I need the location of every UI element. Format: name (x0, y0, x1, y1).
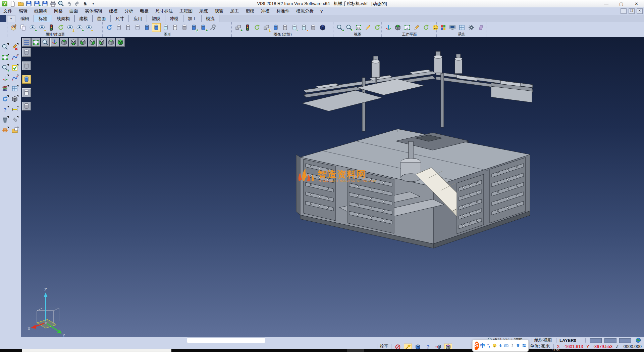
tab-application[interactable]: 应用 (129, 15, 147, 22)
workplane-align-icon[interactable]: ⊥ (403, 23, 412, 32)
adv-solid-icon[interactable] (318, 23, 327, 32)
swap-display-icon[interactable]: ⇄ (190, 23, 198, 32)
export-folder-icon[interactable] (10, 126, 19, 135)
redo-icon[interactable] (73, 0, 81, 7)
display-settings-icon[interactable] (208, 23, 217, 32)
filter-traffic-icon[interactable] (47, 23, 56, 32)
adv-refresh-icon[interactable] (253, 23, 261, 32)
transparent-mode-icon[interactable] (161, 23, 170, 32)
system-colors-icon[interactable] (439, 23, 447, 32)
menu-window[interactable]: 视窗 (211, 7, 227, 15)
print-preview-icon[interactable] (57, 0, 65, 7)
tab-plastic[interactable]: 塑膜 (147, 15, 165, 22)
tab-standard[interactable]: 标准 (34, 15, 52, 22)
menu-machining[interactable]: 加工 (227, 7, 242, 15)
delete-trash-icon[interactable] (1, 116, 9, 124)
show-entities-icon[interactable]: + (28, 23, 37, 32)
menu-die[interactable]: 冲模 (258, 7, 273, 15)
toolbar-overflow-icon[interactable]: ▼ (90, 0, 97, 7)
tab-dimension[interactable]: 尺寸 (111, 15, 129, 22)
context-help-icon[interactable]: ? (424, 344, 432, 349)
adv-add-shading-icon[interactable]: + (234, 23, 243, 32)
menu-surface[interactable]: 曲面 (66, 7, 82, 15)
layer-color-swatch-3[interactable] (619, 338, 631, 343)
menu-system[interactable]: 系统 (196, 7, 211, 15)
tab-edit[interactable]: 编辑 (16, 15, 34, 22)
adv-capture-icon[interactable]: ▪ (300, 23, 308, 32)
menu-standard-parts[interactable]: 标准件 (273, 7, 293, 15)
workplane-cube-icon[interactable] (393, 23, 402, 32)
minimize-button[interactable]: — (599, 0, 614, 7)
shaded-mode-icon[interactable] (143, 23, 151, 32)
show-all-icon[interactable]: + (75, 23, 84, 32)
visi-logo[interactable]: V (1, 0, 8, 7)
plugin-icon[interactable]: ♞ (82, 0, 89, 7)
snap-disable-icon[interactable] (394, 344, 402, 349)
dashed-hidden-mode-icon[interactable] (133, 23, 142, 32)
refresh-visibility-icon[interactable] (56, 23, 65, 32)
menu-edit[interactable]: 编辑 (15, 7, 31, 15)
hiddenline-mode-icon[interactable] (124, 23, 132, 32)
tab-modeling[interactable]: 建模 (74, 15, 93, 22)
ime-chinese-icon[interactable]: 中 (480, 342, 485, 349)
taskbar-window-segment[interactable] (22, 349, 171, 352)
select-search-icon[interactable] (1, 43, 9, 51)
menu-mesh[interactable]: 网格 (51, 7, 66, 15)
navigate-helm-icon[interactable] (1, 126, 9, 135)
view-refresh-icon[interactable] (373, 23, 382, 32)
menu-solid-edit[interactable]: 实体编辑 (82, 7, 106, 15)
workplane-refresh-icon[interactable] (422, 23, 430, 32)
measure-distance-icon[interactable] (10, 105, 19, 114)
regen-display-icon[interactable] (105, 23, 114, 32)
menu-molding[interactable]: 塑模 (242, 7, 258, 15)
adv-shaded-icon[interactable] (271, 23, 280, 32)
layer-color-swatch-2[interactable] (604, 338, 616, 343)
layer-color-swatch-1[interactable] (590, 338, 602, 343)
zoom-select-icon[interactable]: + (1, 63, 9, 72)
workplane-axes-icon[interactable] (384, 23, 393, 32)
tab-surface[interactable]: 曲面 (93, 15, 111, 22)
menu-file[interactable]: 文件 (0, 7, 15, 15)
selection-box-icon[interactable] (1, 53, 9, 62)
ime-toolbox-icon[interactable] (522, 342, 527, 349)
menu-electrode[interactable]: 电极 (137, 7, 152, 15)
sogou-logo-icon[interactable]: S (474, 342, 479, 349)
ime-emoji-icon[interactable] (492, 342, 497, 349)
adv-toggle-icon[interactable]: ± (262, 23, 271, 32)
spline-edit-icon[interactable] (10, 53, 19, 62)
refresh-model-icon[interactable] (1, 95, 9, 103)
undo-icon[interactable] (65, 0, 73, 7)
ucs-display-icon[interactable] (444, 344, 452, 349)
ime-skin-icon[interactable] (516, 342, 521, 349)
ime-account-icon[interactable] (510, 342, 515, 349)
pick-wand-icon[interactable] (404, 344, 412, 349)
mdi-restore-button[interactable]: ❑ (629, 8, 635, 14)
solid-cube-icon[interactable] (10, 95, 19, 103)
adv-striped-icon[interactable] (281, 23, 289, 32)
tab-moldflow[interactable]: 模流 (201, 15, 219, 22)
adv-wire-icon[interactable] (309, 23, 318, 32)
system-view-icon[interactable] (476, 23, 485, 32)
tab-die[interactable]: 冲模 (165, 15, 183, 22)
hide-all-icon[interactable]: − (85, 23, 93, 32)
copy-attributes-icon[interactable] (19, 23, 28, 32)
wireframe-mode-icon[interactable] (114, 23, 123, 32)
menu-dimension[interactable]: 尺寸标注 (152, 7, 176, 15)
toggle-visibility-icon[interactable]: ± (66, 23, 74, 32)
close-button[interactable]: ✕ (629, 0, 644, 7)
pack-go-icon[interactable] (434, 344, 442, 349)
command-prompt-box[interactable] (187, 338, 265, 343)
curve-pencil-icon[interactable] (10, 74, 19, 83)
tab-dropdown-icon[interactable]: ▼ (7, 15, 15, 22)
ime-keyboard-icon[interactable] (504, 342, 509, 349)
shade-toggle-icon[interactable] (414, 344, 422, 349)
save-icon[interactable] (25, 0, 33, 7)
mdi-minimize-button[interactable]: — (621, 8, 627, 14)
shaded-edges-mode-icon[interactable] (152, 23, 161, 32)
hide-entities-icon[interactable]: − (38, 23, 46, 32)
ime-voice-icon[interactable] (498, 342, 503, 349)
striped-mode-icon[interactable] (180, 23, 189, 32)
zoom-dynamic-icon[interactable]: ↻ (345, 23, 354, 32)
system-settings-icon[interactable] (467, 23, 476, 32)
move-axes-icon[interactable] (1, 74, 9, 83)
